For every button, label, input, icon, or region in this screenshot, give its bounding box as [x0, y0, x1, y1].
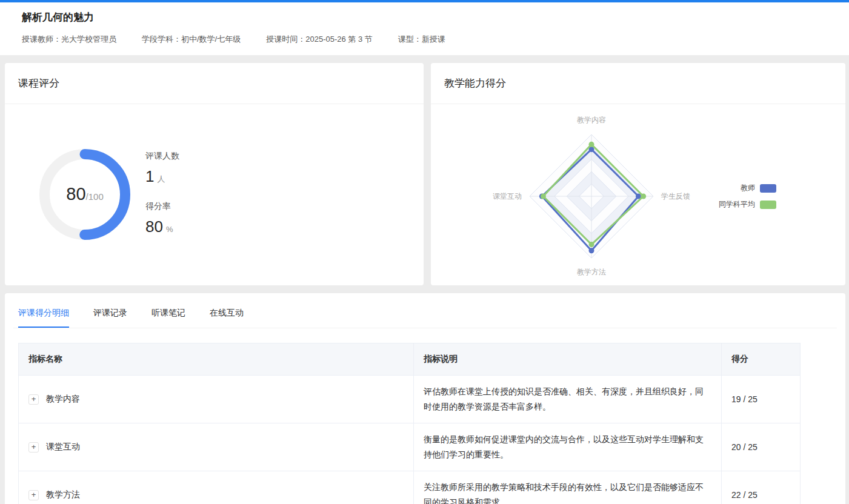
meta-value: 2025-05-26 第 3 节: [305, 35, 373, 44]
stat-label: 评课人数: [145, 151, 179, 162]
radar-axis-label: 教学方法: [577, 268, 606, 276]
detail-tab[interactable]: 听课笔记: [151, 303, 185, 328]
table-column-header: 指标说明: [414, 343, 722, 376]
legend-color-swatch: [760, 184, 776, 193]
expand-row-button[interactable]: +: [28, 490, 39, 500]
course-meta-item: 课型：新授课: [398, 34, 445, 45]
radar-data-point: [589, 248, 594, 253]
legend-label: 教师: [741, 183, 755, 193]
radar-legend-item[interactable]: 同学科平均: [719, 199, 776, 210]
table-header-row: 指标名称指标说明得分: [19, 343, 801, 376]
meta-value: 光大学校管理员: [61, 35, 116, 44]
radar-data-point: [589, 242, 594, 247]
summary-cards-row: 课程评分 80/100 评课人数 1人 得分率 80% 教学能力得分: [5, 63, 845, 285]
evaluation-detail-panel: 评课得分明细评课记录听课笔记在线互动 指标名称指标说明得分 + 教学内容 评估教…: [5, 293, 845, 504]
course-meta-item: 授课时间：2025-05-26 第 3 节: [266, 34, 373, 45]
teaching-ability-card-title: 教学能力得分: [431, 63, 845, 91]
stat-unit: %: [166, 225, 173, 234]
legend-color-swatch: [760, 201, 776, 209]
expand-row-button[interactable]: +: [28, 394, 39, 405]
card-divider: [431, 104, 845, 104]
stat-number: 1: [145, 167, 154, 185]
table-row: + 教学方法 关注教师所采用的教学策略和技术手段的有效性，以及它们是否能够适应不…: [19, 471, 801, 504]
radar-axis-label: 学生反馈: [661, 192, 690, 201]
detail-tab[interactable]: 评课记录: [93, 303, 127, 328]
radar-svg: 教学内容学生反馈教学方法课堂互动: [467, 107, 734, 286]
course-meta-item: 授课教师：光大学校管理员: [22, 34, 116, 45]
expand-row-button[interactable]: +: [28, 442, 39, 453]
meta-label: 学段学科：: [142, 35, 181, 44]
indicator-score: 22 / 25: [722, 471, 801, 504]
radar-axis-label: 课堂互动: [493, 192, 522, 201]
indicator-name: 课堂互动: [46, 442, 80, 453]
page-header: 解析几何的魅力 授课教师：光大学校管理员学段学科：初中/数学/七年级授课时间：2…: [0, 2, 849, 55]
stat-value: 80%: [145, 217, 179, 239]
table-row: + 课堂互动 衡量的是教师如何促进课堂内的交流与合作，以及这些互动对学生理解和支…: [19, 423, 801, 471]
course-score-card: 课程评分 80/100 评课人数 1人 得分率 80%: [5, 63, 424, 285]
detail-tabs: 评课得分明细评课记录听课笔记在线互动: [13, 303, 837, 328]
stat-number: 80: [145, 217, 163, 236]
stat-unit: 人: [157, 174, 165, 184]
indicator-score: 20 / 25: [722, 423, 801, 471]
indicator-description: 关注教师所采用的教学策略和技术手段的有效性，以及它们是否能够适应不同的学习风格和…: [414, 471, 722, 504]
teaching-ability-radar-chart: 教学内容学生反馈教学方法课堂互动: [467, 107, 734, 286]
radar-legend: 教师 同学科平均: [719, 183, 776, 216]
donut-center-label: 80/100: [39, 149, 130, 240]
stat-value: 1人: [145, 167, 179, 188]
radar-axis-label: 教学内容: [577, 116, 606, 124]
indicator-score: 19 / 25: [722, 376, 801, 423]
table-row: + 教学内容 评估教师在课堂上传授的知识是否准确、相关、有深度，并且组织良好，同…: [19, 376, 801, 423]
indicator-name: 教学内容: [46, 394, 80, 405]
table-column-header: 得分: [722, 343, 801, 376]
meta-value: 新授课: [422, 35, 445, 44]
meta-value: 初中/数学/七年级: [181, 35, 241, 44]
indicator-description: 评估教师在课堂上传授的知识是否准确、相关、有深度，并且组织良好，同时使用的教学资…: [414, 376, 722, 423]
stat-item: 评课人数 1人: [145, 151, 179, 188]
stat-item: 得分率 80%: [145, 201, 179, 239]
detail-tab[interactable]: 在线互动: [210, 303, 244, 328]
legend-label: 同学科平均: [719, 199, 755, 210]
score-stats: 评课人数 1人 得分率 80%: [145, 151, 179, 251]
score-detail-table: 指标名称指标说明得分 + 教学内容 评估教师在课堂上传授的知识是否准确、相关、有…: [18, 343, 801, 504]
stat-label: 得分率: [145, 201, 179, 212]
donut-score-value: 80: [66, 184, 85, 204]
detail-tab[interactable]: 评课得分明细: [18, 303, 69, 328]
course-meta-row: 授课教师：光大学校管理员学段学科：初中/数学/七年级授课时间：2025-05-2…: [22, 34, 827, 45]
card-divider: [5, 104, 424, 104]
page-title: 解析几何的魅力: [22, 10, 827, 25]
indicator-description: 衡量的是教师如何促进课堂内的交流与合作，以及这些互动对学生理解和支持他们学习的重…: [414, 423, 722, 471]
donut-denominator: /100: [86, 191, 104, 202]
teaching-ability-card: 教学能力得分 教学内容学生反馈教学方法课堂互动 教师 同学科平均: [431, 63, 845, 285]
radar-data-point: [641, 194, 646, 199]
radar-legend-item[interactable]: 教师: [719, 183, 776, 193]
meta-label: 课型：: [398, 35, 422, 44]
course-meta-item: 学段学科：初中/数学/七年级: [142, 34, 241, 45]
table-column-header: 指标名称: [19, 343, 414, 376]
indicator-name: 教学方法: [46, 489, 80, 500]
meta-label: 授课时间：: [266, 35, 305, 44]
course-score-card-title: 课程评分: [5, 63, 424, 91]
score-donut-chart: 80/100: [39, 149, 130, 240]
radar-data-point: [589, 142, 594, 147]
radar-data-point: [541, 194, 546, 199]
meta-label: 授课教师：: [22, 35, 61, 44]
